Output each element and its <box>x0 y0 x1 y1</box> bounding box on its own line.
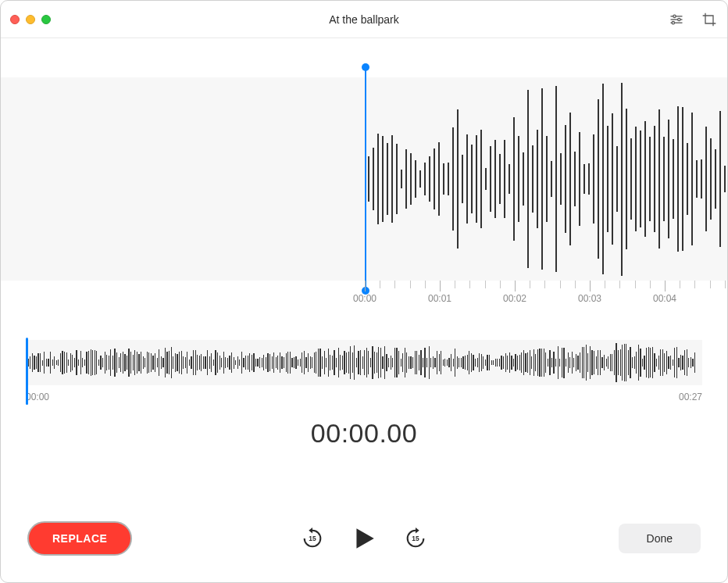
skip-back-15-button[interactable]: 15 <box>301 527 324 550</box>
svg-marker-9 <box>416 528 419 534</box>
trim-crop-icon[interactable] <box>701 11 718 28</box>
svg-point-3 <box>673 15 676 17</box>
done-button[interactable]: Done <box>619 524 701 553</box>
current-time-display: 00:00.00 <box>1 418 727 449</box>
replace-button[interactable]: REPLACE <box>27 521 132 556</box>
ruler-tick-label: 00:04 <box>653 293 676 304</box>
overview-waveform-area[interactable]: 00:00 00:27 <box>26 340 702 402</box>
overview-end-time: 00:27 <box>679 392 702 402</box>
time-ruler: 00:0000:0100:0200:0300:04 <box>1 281 727 312</box>
zoom-window-button[interactable] <box>41 15 51 24</box>
overview-start-time: 00:00 <box>26 392 49 402</box>
ruler-tick-label: 00:02 <box>503 293 526 304</box>
playback-controls: 15 15 <box>301 525 427 552</box>
ruler-tick-label: 00:00 <box>353 293 376 304</box>
play-button[interactable] <box>351 525 377 552</box>
detail-waveform-area[interactable]: 00:0000:0100:0200:0300:04 <box>1 54 727 312</box>
overview-waveform <box>26 340 702 385</box>
voice-memo-editor-window: At the ballpark <box>0 0 728 583</box>
svg-marker-6 <box>309 528 312 534</box>
transport-controls: REPLACE 15 15 Done <box>1 515 727 562</box>
svg-point-5 <box>672 21 674 23</box>
svg-text:15: 15 <box>412 535 419 542</box>
overview-time-labels: 00:00 00:27 <box>26 392 702 402</box>
ruler-tick-label: 00:01 <box>428 293 451 304</box>
svg-point-4 <box>678 18 680 20</box>
recording-title: At the ballpark <box>1 13 727 26</box>
detail-waveform <box>368 77 727 281</box>
titlebar: At the ballpark <box>1 1 727 38</box>
svg-marker-8 <box>356 528 373 549</box>
svg-text:15: 15 <box>309 535 316 542</box>
playhead[interactable] <box>365 68 366 290</box>
minimize-window-button[interactable] <box>26 15 35 24</box>
window-controls <box>10 15 51 24</box>
close-window-button[interactable] <box>10 15 20 24</box>
ruler-tick-label: 00:03 <box>578 293 601 304</box>
settings-sliders-icon[interactable] <box>668 11 685 28</box>
overview-playhead[interactable] <box>26 338 28 405</box>
skip-forward-15-button[interactable]: 15 <box>404 527 427 550</box>
